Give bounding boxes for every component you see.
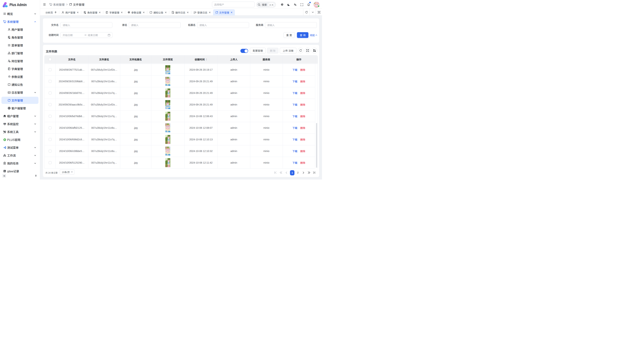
svg-text:DEV: DEV [8,92,10,93]
